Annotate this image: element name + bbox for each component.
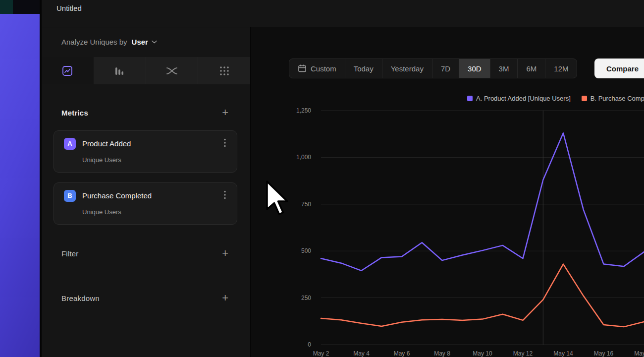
svg-text:1,000: 1,000 [296,154,311,161]
compare-button[interactable]: Compare [594,59,644,78]
metric-card-b-title: Purchase Completed [82,191,215,200]
metric-badge-b: B [64,190,76,202]
add-metric-button[interactable]: + [222,107,228,118]
range-button-6m[interactable]: 6M [517,59,545,78]
svg-text:250: 250 [301,295,311,301]
chart-panel: 02505007501,0001,250May 2May 4May 6May 8… [251,27,644,357]
corner-accent [0,0,13,14]
tab-insights[interactable] [42,57,94,84]
range-button-3m[interactable]: 3M [490,59,518,78]
kebab-menu-icon [224,190,226,199]
svg-text:May 4: May 4 [353,350,370,357]
svg-text:May 14: May 14 [553,350,573,357]
tab-retention[interactable] [198,57,250,84]
svg-text:1,250: 1,250 [296,107,311,114]
left-gradient-strip [0,0,40,357]
kebab-menu-icon [224,138,226,147]
legend-item-b[interactable]: B. Purchase Completed [Unique Users] [582,95,644,102]
svg-text:0: 0 [308,341,311,348]
range-button-custom[interactable]: Custom [289,59,345,78]
metric-badge-a: A [64,138,76,150]
chart-legend: A. Product Added [Unique Users] B. Purch… [467,95,644,102]
tab-funnels[interactable] [94,57,146,84]
top-bar: Untitled [42,0,644,27]
chevron-down-icon [152,40,157,44]
app-root: Untitled Analyze Uniques by User [0,0,644,357]
report-title[interactable]: Untitled [56,4,82,12]
metric-card-a-row: A Product Added [64,137,229,150]
add-filter-button[interactable]: + [222,248,228,259]
dots-grid-icon [219,65,230,76]
range-button-30d[interactable]: 30D [459,59,490,78]
svg-text:May 18: May 18 [634,350,644,357]
metric-card-a-subtitle[interactable]: Unique Users [82,156,229,164]
analyze-entity-value: User [132,38,148,46]
svg-text:May 8: May 8 [434,350,450,357]
query-builder-sidebar: Analyze Uniques by User [42,27,251,357]
legend-swatch-a [467,96,473,101]
analyze-label: Analyze Uniques by [61,38,127,46]
legend-label-a: A. Product Added [Unique Users] [476,95,571,102]
range-button-7d[interactable]: 7D [432,59,459,78]
metric-card-b-menu-button[interactable] [221,189,229,202]
breakdown-heading: Breakdown [61,294,100,302]
visualization-tabs [42,57,250,84]
range-button-today[interactable]: Today [345,59,382,78]
metric-card-a-title: Product Added [82,139,215,148]
svg-text:750: 750 [301,201,311,208]
tab-flows[interactable] [146,57,198,84]
svg-text:May 12: May 12 [513,350,533,357]
line-chart-icon [62,65,73,76]
legend-swatch-b [582,96,587,101]
metrics-section-header: Metrics + [42,105,250,120]
legend-item-a[interactable]: A. Product Added [Unique Users] [467,95,571,102]
bar-chart-icon [114,65,125,76]
date-range-group: CustomTodayYesterday7D30D3M6M12M [289,59,577,78]
range-button-12m[interactable]: 12M [545,59,577,78]
filter-section-header: Filter + [42,246,250,261]
breakdown-section-header: Breakdown + [42,291,250,305]
metric-card-a[interactable]: A Product Added Unique Users [54,130,237,173]
svg-text:May 10: May 10 [473,350,492,357]
svg-text:500: 500 [301,247,311,254]
range-button-yesterday[interactable]: Yesterday [382,59,432,78]
svg-text:May 16: May 16 [594,350,614,357]
svg-text:May 2: May 2 [313,350,329,357]
svg-text:May 6: May 6 [394,350,410,357]
calendar-icon [298,64,307,73]
metric-card-a-menu-button[interactable] [221,137,229,150]
legend-label-b: B. Purchase Completed [Unique Users] [590,95,644,102]
metric-card-b[interactable]: B Purchase Completed Unique Users [54,182,237,225]
flows-icon [166,66,178,76]
metric-card-b-subtitle[interactable]: Unique Users [82,208,229,216]
metrics-heading: Metrics [61,109,88,117]
add-breakdown-button[interactable]: + [222,293,228,303]
analyze-entity-dropdown[interactable]: User [132,38,157,46]
analyze-row: Analyze Uniques by User [42,27,250,56]
metric-card-b-row: B Purchase Completed [64,189,229,202]
corner-dark [13,0,40,14]
filter-heading: Filter [61,249,79,258]
